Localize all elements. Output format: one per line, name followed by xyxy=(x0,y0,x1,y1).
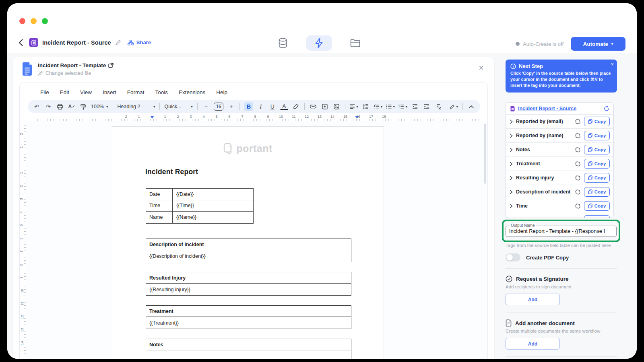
source-field-label: Notes xyxy=(516,147,572,152)
workflow-title: Incident Report - Source xyxy=(42,39,111,46)
font-size-input[interactable]: 16 xyxy=(214,103,224,111)
menu-format[interactable]: Format xyxy=(127,89,144,95)
close-window-button[interactable] xyxy=(19,18,25,24)
copy-tag-button[interactable]: Copy xyxy=(584,187,610,197)
ruler-number: 5 xyxy=(215,115,217,119)
chevron-right-icon[interactable] xyxy=(510,204,513,208)
ruler-number: 11 xyxy=(20,302,24,305)
minimize-window-button[interactable] xyxy=(31,18,37,24)
automate-button[interactable]: Automate ▾ xyxy=(571,37,625,51)
ruler-number: 14 xyxy=(330,115,334,119)
bold-button[interactable]: B xyxy=(244,102,253,111)
menu-tools[interactable]: Tools xyxy=(155,89,168,95)
clear-formatting-icon[interactable] xyxy=(434,102,442,111)
edit-title-icon[interactable] xyxy=(115,39,121,45)
add-signer-button[interactable]: Add xyxy=(506,294,560,305)
tag-icon[interactable] xyxy=(575,217,581,218)
next-step-body: Click 'Copy' in the source table below t… xyxy=(510,70,613,88)
menu-view[interactable]: View xyxy=(80,89,92,95)
close-icon[interactable]: × xyxy=(479,64,484,72)
decrease-indent-icon[interactable] xyxy=(411,102,419,111)
numbered-list-icon[interactable]: 12▾ xyxy=(398,102,407,111)
tag-icon[interactable] xyxy=(575,189,581,195)
source-link[interactable]: Incident Report - Source xyxy=(518,106,601,111)
create-pdf-toggle[interactable] xyxy=(506,253,520,261)
ruler-number: 1 xyxy=(19,172,23,174)
increase-font-icon[interactable]: + xyxy=(227,102,235,111)
copy-tag-button[interactable]: Copy xyxy=(584,215,610,218)
increase-indent-icon[interactable] xyxy=(423,102,431,111)
paragraph-style-select[interactable]: Heading 2▾ xyxy=(118,104,155,109)
document-page[interactable]: portant Incident Report Date{{Date}}Time… xyxy=(112,126,384,359)
tag-icon[interactable] xyxy=(575,119,581,125)
copy-tag-button[interactable]: Copy xyxy=(584,131,610,140)
bulleted-list-icon[interactable]: ▾ xyxy=(386,102,395,111)
document-icon xyxy=(506,319,512,327)
menu-edit[interactable]: Edit xyxy=(60,89,69,95)
zoom-window-button[interactable] xyxy=(42,18,48,24)
ruler-number: 6 xyxy=(19,237,23,239)
editing-mode-icon[interactable]: ▾ xyxy=(450,102,458,111)
add-comment-icon[interactable] xyxy=(321,102,329,111)
copy-tag-button[interactable]: Copy xyxy=(584,145,610,154)
chevron-right-icon[interactable] xyxy=(510,148,513,152)
chevron-right-icon[interactable] xyxy=(510,176,513,180)
change-selected-file-button[interactable]: Change selected file xyxy=(38,70,91,76)
menu-file[interactable]: File xyxy=(40,89,49,95)
collapse-toolbar-icon[interactable] xyxy=(467,102,475,111)
tag-icon[interactable] xyxy=(575,147,581,153)
refresh-icon[interactable] xyxy=(604,106,609,111)
workflow-clipboard-icon xyxy=(29,38,38,47)
insert-image-icon[interactable] xyxy=(332,102,341,111)
chevron-right-icon[interactable] xyxy=(510,134,513,138)
tag-icon[interactable] xyxy=(575,161,581,167)
decrease-font-icon[interactable]: − xyxy=(202,102,210,111)
menu-insert[interactable]: Insert xyxy=(103,89,116,95)
horizontal-ruler[interactable]: 21123456789101112131415161718 xyxy=(28,115,480,121)
underline-button[interactable]: U xyxy=(268,102,277,111)
insert-link-icon[interactable] xyxy=(309,102,317,111)
pencil-icon xyxy=(38,71,43,76)
chevron-right-icon[interactable] xyxy=(510,190,513,194)
ruler-number: 7 xyxy=(19,250,23,252)
share-button[interactable]: Share xyxy=(128,39,151,45)
paint-format-icon[interactable] xyxy=(79,102,87,111)
copy-tag-button[interactable]: Copy xyxy=(584,117,610,126)
automation-tab[interactable] xyxy=(306,35,332,51)
output-folder-tab[interactable] xyxy=(343,35,368,51)
scrollbar-thumb[interactable] xyxy=(484,123,486,184)
copy-icon xyxy=(588,175,592,180)
undo-icon[interactable]: ↶ xyxy=(33,102,41,111)
print-icon[interactable] xyxy=(56,102,64,111)
line-spacing-icon[interactable] xyxy=(362,102,370,111)
tag-icon[interactable] xyxy=(575,203,581,209)
chevron-right-icon[interactable] xyxy=(510,162,513,166)
output-name-field[interactable]: Output Name Incident Report - Template -… xyxy=(506,226,617,237)
copy-tag-button[interactable]: Copy xyxy=(584,159,610,169)
add-document-button[interactable]: Add xyxy=(506,338,560,350)
tag-icon[interactable] xyxy=(575,133,581,139)
output-name-value[interactable]: Incident Report - Template - {{Response … xyxy=(506,226,616,237)
text-color-button[interactable]: A xyxy=(280,103,288,110)
copy-tag-button[interactable]: Copy xyxy=(584,201,610,211)
checklist-icon[interactable]: ▾ xyxy=(374,102,382,111)
copy-tag-button[interactable]: Copy xyxy=(584,173,610,183)
align-icon[interactable]: ▾ xyxy=(350,102,358,111)
source-data-tab[interactable] xyxy=(270,35,296,51)
close-icon[interactable]: × xyxy=(611,61,614,67)
vertical-ruler[interactable]: 211234567891011121314 xyxy=(20,121,26,359)
redo-icon[interactable]: ↷ xyxy=(44,102,52,111)
tag-icon[interactable] xyxy=(575,175,581,181)
chevron-right-icon[interactable] xyxy=(510,218,513,218)
spellcheck-icon[interactable]: A✓ xyxy=(68,102,76,111)
font-family-select[interactable]: Quick...▾ xyxy=(164,104,192,109)
menu-help[interactable]: Help xyxy=(216,89,227,95)
back-button[interactable] xyxy=(16,38,25,47)
open-external-icon[interactable] xyxy=(108,63,114,68)
chevron-right-icon[interactable] xyxy=(510,119,513,124)
zoom-select[interactable]: 100%▾ xyxy=(91,104,108,109)
highlight-color-icon[interactable] xyxy=(292,102,300,111)
italic-button[interactable]: I xyxy=(257,102,265,111)
left-indent-marker[interactable] xyxy=(150,116,154,119)
menu-extensions[interactable]: Extensions xyxy=(179,89,205,95)
